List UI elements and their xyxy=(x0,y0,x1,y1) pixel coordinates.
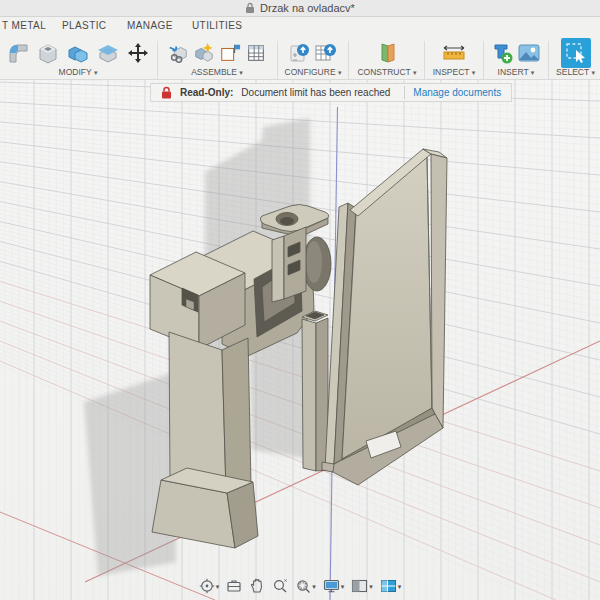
toolbar-group-inspect: INSPECT ▾ xyxy=(427,38,481,80)
readonly-bar: Read-Only: Document limit has been reach… xyxy=(150,83,512,102)
model-column[interactable] xyxy=(169,332,251,492)
bottom-nav-bar: ▾ ▾ xyxy=(0,577,600,595)
insert-derive-icon[interactable] xyxy=(166,39,190,67)
select-dropdown[interactable]: SELECT ▾ xyxy=(556,67,595,77)
ribbon: T METAL PLASTIC MANAGE UTILITIES xyxy=(0,17,600,80)
shell-icon[interactable] xyxy=(34,39,62,67)
readonly-lock-icon xyxy=(161,86,172,99)
readonly-divider xyxy=(404,86,405,99)
inspect-dropdown[interactable]: INSPECT ▾ xyxy=(433,67,476,77)
combine-icon[interactable] xyxy=(64,39,92,67)
zoom-button[interactable] xyxy=(270,577,290,595)
lock-icon xyxy=(245,2,255,14)
construct-plane-icon[interactable] xyxy=(373,39,401,67)
zoom-icon xyxy=(272,578,288,594)
bom-icon[interactable] xyxy=(244,39,268,67)
grid-settings-button[interactable]: ▾ xyxy=(349,577,375,595)
tab-manage[interactable]: MANAGE xyxy=(127,20,173,31)
new-component-icon[interactable] xyxy=(218,39,242,67)
measure-icon[interactable] xyxy=(440,39,468,67)
toolbar-group-construct: CONSTRUCT ▾ xyxy=(351,38,423,80)
viewports-button[interactable]: ▾ xyxy=(378,577,404,595)
configuration-icon[interactable] xyxy=(288,39,312,67)
zoom-window-button[interactable]: ▾ xyxy=(293,577,318,595)
tab-sheet-metal[interactable]: T METAL xyxy=(2,20,46,31)
viewport-3d[interactable] xyxy=(0,80,600,600)
orbit-icon xyxy=(199,578,215,594)
toolbar-group-modify: MODIFY ▾ xyxy=(2,38,154,80)
document-title: Drzak na ovladacv* xyxy=(260,2,355,14)
viewport-canvas xyxy=(0,80,600,600)
grid-settings-icon xyxy=(351,578,368,594)
select-icon[interactable] xyxy=(561,38,591,68)
fillet-icon[interactable] xyxy=(4,39,32,67)
toolbar-group-insert: INSERT ▾ xyxy=(486,38,546,80)
toolbar-group-select: SELECT ▾ xyxy=(551,38,600,80)
display-settings-icon xyxy=(323,578,340,594)
zoom-window-icon xyxy=(295,578,311,594)
configure-dropdown[interactable]: CONFIGURE ▾ xyxy=(285,67,342,77)
toolbar-group-assemble: ASSEMBLE ▾ xyxy=(160,38,274,80)
joint-icon[interactable] xyxy=(192,39,216,67)
insert-image-icon[interactable] xyxy=(517,39,541,67)
manage-documents-link[interactable]: Manage documents xyxy=(413,87,501,98)
model-pocket[interactable] xyxy=(302,311,328,471)
assemble-dropdown[interactable]: ASSEMBLE ▾ xyxy=(191,67,243,77)
split-body-icon[interactable] xyxy=(94,39,122,67)
title-bar: Drzak na ovladacv* xyxy=(0,0,600,17)
display-settings-button[interactable]: ▾ xyxy=(321,577,347,595)
look-at-button[interactable] xyxy=(224,577,244,595)
tab-utilities[interactable]: UTILITIES xyxy=(192,20,242,31)
modify-dropdown[interactable]: MODIFY ▾ xyxy=(59,67,98,77)
look-at-icon xyxy=(226,578,242,594)
tab-plastic[interactable]: PLASTIC xyxy=(62,20,106,31)
orbit-button[interactable]: ▾ xyxy=(197,577,222,595)
insert-fastener-icon[interactable] xyxy=(491,39,515,67)
insert-dropdown[interactable]: INSERT ▾ xyxy=(498,67,535,77)
pan-button[interactable] xyxy=(247,577,267,595)
ribbon-tabs: T METAL PLASTIC MANAGE UTILITIES xyxy=(0,20,600,36)
toolbar-group-configure: CONFIGURE ▾ xyxy=(281,38,345,80)
readonly-label: Read-Only: xyxy=(180,87,233,98)
construct-dropdown[interactable]: CONSTRUCT ▾ xyxy=(357,67,416,77)
toolbar: MODIFY ▾ xyxy=(0,38,600,80)
fusion-window: Drzak na ovladacv* T METAL PLASTIC MANAG… xyxy=(0,0,600,600)
viewports-icon xyxy=(380,578,397,594)
configuration-table-icon[interactable] xyxy=(314,39,338,67)
move-icon[interactable] xyxy=(124,39,152,67)
readonly-message: Document limit has been reached xyxy=(241,87,390,98)
pan-icon xyxy=(249,578,265,594)
